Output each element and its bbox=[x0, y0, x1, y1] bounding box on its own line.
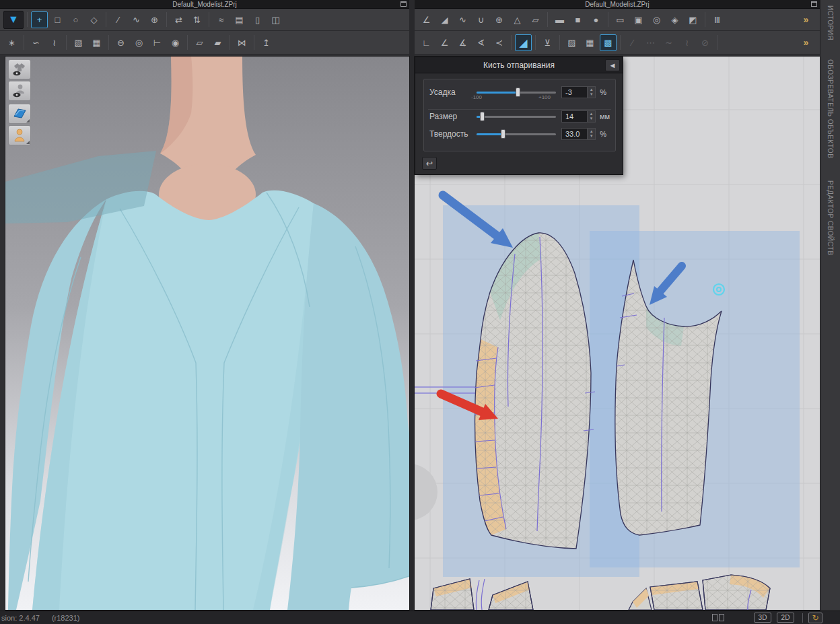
symmetry-tool[interactable]: ⋈ bbox=[234, 34, 250, 51]
hardness-slider[interactable] bbox=[477, 129, 556, 139]
panel-title-3d[interactable]: Default_Modelist.ZPrj bbox=[0, 0, 409, 9]
3d-scene[interactable] bbox=[5, 57, 409, 610]
edit-curve-point-tool[interactable]: ∪ bbox=[473, 11, 489, 28]
edit-curvature-tool[interactable]: ∿ bbox=[454, 11, 471, 28]
viewport-2d[interactable]: Кисть отпаривания ◄ Усадка -3 ▲▼ % bbox=[415, 57, 820, 610]
toggle-garment-visibility-button[interactable] bbox=[8, 59, 31, 79]
pin-line-tool[interactable]: ⊢ bbox=[149, 34, 166, 51]
pleats-tool[interactable]: Ⅲ bbox=[709, 11, 726, 28]
create-polygon-tool[interactable]: ▬ bbox=[551, 11, 568, 28]
drape-texture-tool[interactable]: ▨ bbox=[563, 34, 580, 51]
draw-polygon-tool[interactable]: △ bbox=[509, 11, 526, 28]
create-rectangle-tool[interactable]: ■ bbox=[569, 11, 586, 28]
steam-brush-tool[interactable]: ◢ bbox=[515, 34, 532, 51]
size-spinner[interactable]: ▲▼ bbox=[588, 110, 596, 123]
more-tools-button[interactable]: » bbox=[798, 11, 814, 28]
dialog-title-bar[interactable]: Кисть отпаривания ◄ bbox=[415, 57, 623, 73]
toolbar-2d-row1: ∠◢∿∪⊕△▱▬■●▭▣◎◈◩Ⅲ» bbox=[415, 9, 820, 31]
size-slider[interactable] bbox=[477, 112, 556, 121]
simulate-button[interactable]: ▼ bbox=[3, 11, 24, 29]
button-tool[interactable]: ◎ bbox=[131, 34, 147, 51]
avatar-layers-tool[interactable]: ▤ bbox=[231, 11, 248, 28]
free-sewing-tool[interactable]: ∠ bbox=[436, 34, 453, 51]
grading-visibility-tool[interactable]: ⊘ bbox=[697, 34, 713, 51]
undo-button[interactable]: ↩ bbox=[422, 157, 437, 170]
toolbar-3d-row2: ∗∽≀▧▦⊖◎⊢◉▱▰⋈↥ bbox=[0, 31, 409, 55]
viewport-3d[interactable] bbox=[5, 57, 409, 610]
sewing-tool[interactable]: ∿ bbox=[128, 11, 145, 28]
add-point-tool[interactable]: ⊕ bbox=[491, 11, 508, 28]
create-ellipse-tool[interactable]: ● bbox=[588, 11, 604, 28]
tab-object-browser[interactable]: ОБОЗРЕВАТЕЛЬ ОБЪЕКТОВ bbox=[827, 59, 834, 158]
flatten-surface-tool[interactable]: ▰ bbox=[209, 34, 226, 51]
collapse-dialog-button[interactable]: ◄ bbox=[605, 59, 620, 71]
internal-ellipse-tool[interactable]: ◎ bbox=[648, 11, 665, 28]
avatar-presets-button[interactable] bbox=[8, 125, 31, 145]
grading-curve-tool[interactable]: ∼ bbox=[660, 34, 677, 51]
undo-arrow-icon: ↩ bbox=[426, 159, 433, 168]
grading-measure-tool[interactable]: ⋯ bbox=[642, 34, 659, 51]
float-window-icon[interactable] bbox=[811, 1, 817, 7]
trace-pattern-tool[interactable]: ▱ bbox=[527, 11, 544, 28]
more-tools-button[interactable]: » bbox=[798, 34, 814, 51]
avatar-half-display-tool[interactable]: ◫ bbox=[267, 11, 284, 28]
revision-text: (r18231) bbox=[52, 614, 80, 622]
drape-fabric-tool[interactable]: ▧ bbox=[70, 34, 87, 51]
internal-rectangle-tool[interactable]: ▣ bbox=[630, 11, 647, 28]
toggle-avatar-visibility-button[interactable] bbox=[8, 81, 31, 101]
fold-arrangement-tool[interactable]: ⇄ bbox=[170, 11, 187, 28]
grading-edit-tool[interactable]: ≀ bbox=[678, 34, 695, 51]
float-window-icon[interactable] bbox=[400, 1, 407, 7]
detect-sewing-tool[interactable]: ≺ bbox=[491, 34, 508, 51]
panel-divider[interactable] bbox=[409, 0, 415, 611]
dart-tool[interactable]: ◈ bbox=[666, 11, 683, 28]
panel-title-2d[interactable]: Default_Modelist.ZPrj bbox=[415, 0, 820, 9]
unfold-arrangement-tool[interactable]: ◇ bbox=[85, 11, 102, 28]
shading-tool[interactable]: ◩ bbox=[685, 11, 701, 28]
tack-on-avatar-tool[interactable]: ⊻ bbox=[539, 34, 556, 51]
size-value-input[interactable]: 14 bbox=[561, 110, 588, 123]
fabric-pattern-tool[interactable]: ▦ bbox=[88, 34, 105, 51]
slider-thumb[interactable] bbox=[501, 129, 505, 139]
tab-property-editor[interactable]: РЕДАКТОР СВОЙСТВ bbox=[827, 180, 834, 256]
view-3d-button[interactable]: 3D bbox=[754, 613, 771, 623]
multi-segment-sewing-tool[interactable]: ∡ bbox=[454, 34, 471, 51]
refresh-button[interactable]: ↻ bbox=[808, 613, 823, 623]
tack-tool[interactable]: ⊕ bbox=[146, 11, 163, 28]
avatar-display-tool[interactable]: ▯ bbox=[249, 11, 266, 28]
right-dock-strip: ИСТОРИЯ ОБОЗРЕВАТЕЛЬ ОБЪЕКТОВ РЕДАКТОР С… bbox=[820, 0, 840, 611]
split-view-icon[interactable] bbox=[712, 614, 726, 621]
shrinkage-value-input[interactable]: -3 bbox=[561, 86, 588, 98]
view-2d-button[interactable]: 2D bbox=[777, 613, 794, 623]
pin-detach-tool[interactable]: ≀ bbox=[46, 34, 63, 51]
arrange-points-tool[interactable]: ≈ bbox=[213, 11, 230, 28]
rectangle-select-tool[interactable]: □ bbox=[49, 11, 66, 28]
select-move-tool[interactable]: + bbox=[31, 11, 48, 28]
button-lock-tool[interactable]: ◉ bbox=[167, 34, 184, 51]
size-unit: мм bbox=[596, 112, 610, 120]
body-measure-tool[interactable]: ↥ bbox=[258, 34, 275, 51]
fabric-presets-button[interactable] bbox=[8, 104, 31, 124]
edit-sewing-tool[interactable]: ∢ bbox=[473, 34, 489, 51]
edit-subdivision-tool[interactable]: ◢ bbox=[436, 11, 453, 28]
grading-line-tool[interactable]: ∕ bbox=[624, 34, 641, 51]
segment-sewing-tool[interactable]: ∟ bbox=[418, 34, 435, 51]
fabric-texture-tool[interactable]: ▦ bbox=[582, 34, 598, 51]
slider-thumb[interactable] bbox=[480, 112, 485, 121]
internal-polygon-tool[interactable]: ▭ bbox=[612, 11, 629, 28]
tab-history[interactable]: ИСТОРИЯ bbox=[827, 5, 834, 40]
texture-editor-tool[interactable]: ▩ bbox=[600, 34, 617, 51]
buttonhole-tool[interactable]: ⊖ bbox=[112, 34, 129, 51]
pin-tool[interactable]: ∕ bbox=[110, 11, 127, 28]
lasso-select-tool[interactable]: ○ bbox=[67, 11, 84, 28]
hardness-spinner[interactable]: ▲▼ bbox=[588, 128, 596, 140]
walk-animation-tool[interactable]: ∗ bbox=[3, 34, 20, 51]
pin-curve-tool[interactable]: ∽ bbox=[28, 34, 44, 51]
fabric-icon bbox=[11, 106, 28, 121]
shrinkage-spinner[interactable]: ▲▼ bbox=[588, 86, 596, 98]
flatten-panel-tool[interactable]: ▱ bbox=[191, 34, 208, 51]
transform-pattern-tool[interactable]: ∠ bbox=[418, 11, 435, 28]
toolbar-separator bbox=[187, 35, 188, 50]
reset-arrangement-tool[interactable]: ⇅ bbox=[188, 11, 205, 28]
hardness-value-input[interactable]: 33.0 bbox=[561, 128, 588, 140]
